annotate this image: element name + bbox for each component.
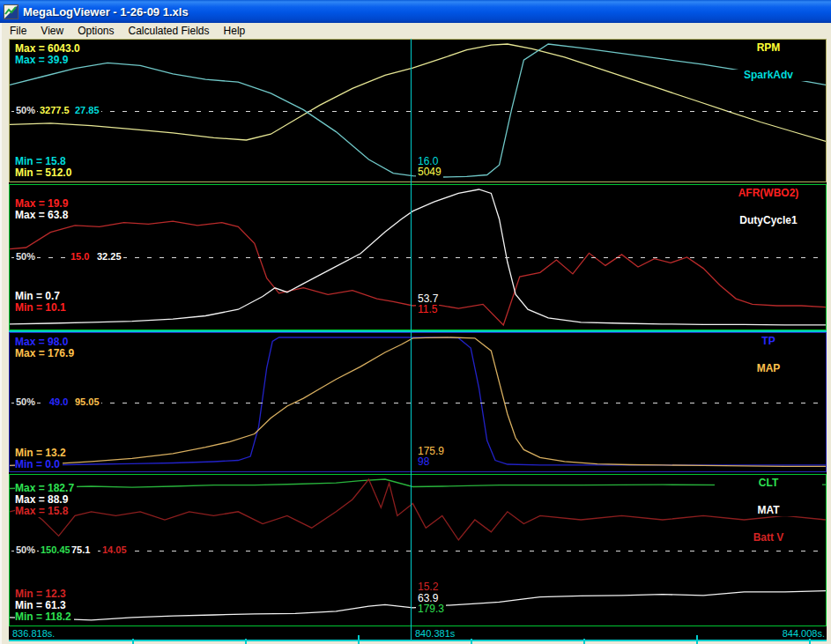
menu-item-help[interactable]: Help (217, 24, 253, 39)
mid-value-label: 27.85 (73, 105, 101, 116)
time-axis: 836.818s. 840.381s 844.008s. (9, 628, 827, 640)
time-tick (696, 635, 698, 644)
max-label: Max = 176.9 (15, 348, 77, 359)
time-start-label: 836.818s. (12, 628, 55, 639)
mid-value-label: 150.45 (39, 544, 72, 556)
time-tick (245, 639, 247, 644)
mid-value-label: 32.25 (95, 251, 123, 263)
mid-value-label: 50% (14, 396, 37, 408)
separator-teal (9, 330, 827, 332)
mid-value-label: 95.05 (73, 396, 101, 408)
time-tick (809, 639, 811, 644)
cursor-value-label: 98 (416, 456, 431, 468)
app-icon (4, 4, 19, 19)
time-tick (471, 639, 472, 644)
series-name-label[interactable]: DutyCycle1 (739, 214, 797, 226)
cursor-value-label: 5049 (416, 167, 443, 178)
max-label: Max = 15.8 (15, 506, 70, 517)
max-label: Max = 63.8 (15, 210, 70, 221)
time-end-label: 844.008s. (783, 628, 825, 639)
trace-batt-v (10, 479, 826, 540)
fifty-percent-line (11, 551, 824, 551)
panel-tp-map[interactable]: Max = 98.0Max = 176.9Min = 13.2Min = 0.0… (9, 332, 827, 472)
trace-rpm (10, 44, 826, 141)
panel-rpm-sparkadv[interactable]: Max = 6043.0Max = 39.9Min = 15.8Min = 51… (9, 39, 827, 182)
mid-value-label: 50% (14, 105, 37, 116)
min-label: Min = 118.2 (15, 611, 74, 623)
max-label: Max = 39.9 (15, 55, 70, 66)
cursor-value-label: 179.3 (416, 603, 446, 615)
window-left-edge (0, 23, 2, 644)
mid-value-label: 50% (14, 544, 37, 556)
window-title: MegaLogViewer - 1-26-09 1.xls (23, 5, 189, 19)
panel-clt-mat-battv[interactable]: Max = 182.7Max = 88.9Max = 15.8Min = 12.… (9, 474, 827, 626)
series-name-label[interactable]: TP (761, 335, 775, 347)
mid-value-label: 15.0 (69, 251, 91, 263)
series-name-label[interactable]: Batt V (753, 531, 784, 544)
menu-item-options[interactable]: Options (70, 24, 121, 39)
series-legend: RPMSparkAdv (715, 42, 822, 97)
mid-value-label: 49.0 (48, 396, 70, 408)
series-name-label[interactable]: AFR(WBO2) (738, 187, 799, 199)
menu-bar: FileViewOptionsCalculated FieldsHelp (0, 23, 831, 39)
mid-value-label: 14.05 (100, 544, 129, 556)
cursor-value-label: 11.5 (416, 304, 439, 315)
trace-clt (10, 479, 826, 489)
mid-value-label: 75.1 (70, 544, 92, 556)
menu-item-calculated-fields[interactable]: Calculated Fields (122, 24, 217, 39)
time-cursor-label: 840.381s (415, 628, 455, 639)
series-name-label[interactable]: CLT (759, 477, 778, 489)
series-name-label[interactable]: MAT (757, 504, 779, 516)
time-tick (132, 639, 134, 644)
mid-value-label: 50% (14, 251, 37, 263)
app-window: MegaLogViewer - 1-26-09 1.xls FileViewOp… (0, 0, 831, 644)
cursor-line[interactable] (411, 39, 412, 640)
series-name-label[interactable]: RPM (757, 41, 781, 54)
title-bar[interactable]: MegaLogViewer - 1-26-09 1.xls (0, 0, 831, 23)
series-legend: TPMAP (715, 336, 822, 390)
min-label: Min = 10.1 (15, 302, 69, 314)
menu-item-view[interactable]: View (33, 24, 70, 39)
series-legend: AFR(WBO2)DutyCycle1 (715, 188, 822, 242)
fifty-percent-line (11, 403, 824, 403)
time-tick (583, 639, 585, 644)
panel-afr-dutycycle[interactable]: Max = 19.9Max = 63.8Min = 0.7Min = 10.15… (9, 184, 827, 330)
series-name-label[interactable]: MAP (757, 362, 781, 374)
series-name-label[interactable]: SparkAdv (744, 69, 793, 81)
mid-value-label: 3277.5 (38, 105, 71, 116)
fifty-percent-line (11, 111, 824, 112)
min-label: Min = 0.0 (15, 459, 63, 470)
min-label: Min = 512.0 (15, 167, 74, 179)
menu-item-file[interactable]: File (3, 24, 33, 39)
series-legend: CLTMATBatt V (715, 477, 822, 559)
fifty-percent-line (11, 257, 824, 258)
time-tick (358, 635, 360, 644)
chart-area[interactable]: Max = 182.7Max = 88.9Max = 15.8Min = 12.… (9, 39, 827, 641)
